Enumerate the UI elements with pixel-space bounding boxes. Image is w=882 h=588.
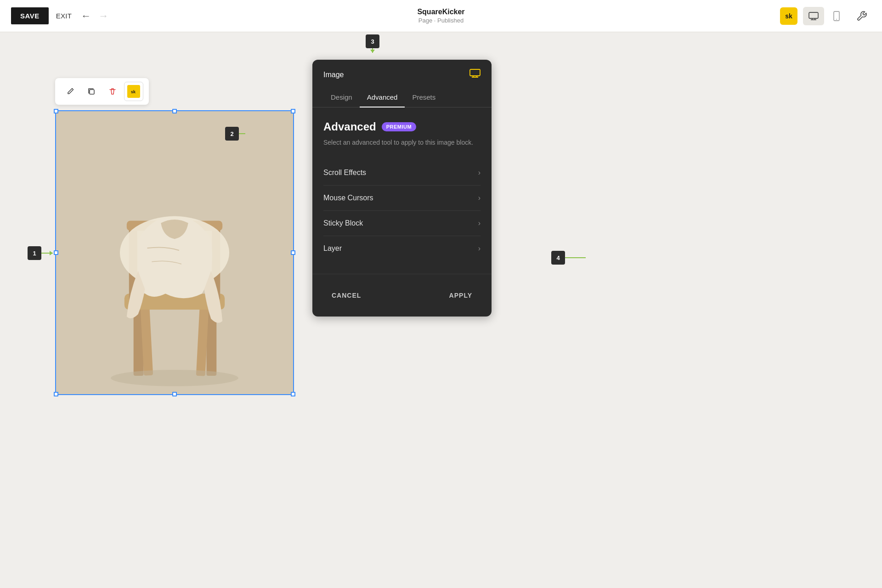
annotation-badge-2: 2 [225,127,239,141]
layer-item[interactable]: Layer › [323,236,481,261]
side-panel: Image Design Advanced Presets Advan [312,60,492,317]
svg-text:sk: sk [131,90,136,94]
annotation-4-group: 4 [551,257,588,258]
exit-button[interactable]: EXIT [56,12,72,20]
cancel-button[interactable]: CANCEL [323,283,402,307]
topbar-right: sk [780,7,871,25]
panel-body: Advanced PREMIUM Select an advanced tool… [312,107,492,274]
handle-bot-right[interactable] [291,392,295,396]
annotation-badge-3: 3 [366,34,379,48]
monitor-icon [469,69,481,80]
annotation-badge-1: 1 [28,246,41,260]
scroll-effects-item[interactable]: Scroll Effects › [323,160,481,186]
handle-mid-right[interactable] [291,250,295,255]
svg-rect-0 [809,12,818,18]
tab-presets[interactable]: Presets [405,88,443,107]
panel-header: Image [312,60,492,88]
handle-top-left[interactable] [54,109,58,113]
tab-advanced[interactable]: Advanced [360,88,405,107]
desktop-view-button[interactable] [803,7,824,25]
layer-label: Layer [323,244,342,253]
edit-button[interactable] [61,82,80,101]
panel-footer: CANCEL APPLY [312,274,492,317]
svg-marker-23 [370,50,375,53]
page-status: Page · Published [417,17,464,24]
topbar-left: SAVE EXIT ← → [11,7,110,24]
mobile-view-button[interactable] [826,7,847,25]
annotation-2-group: 2 [225,133,248,134]
delete-button[interactable] [103,82,122,101]
handle-bot-left[interactable] [54,392,58,396]
topbar: SAVE EXIT ← → SquareKicker Page · Publis… [0,0,882,32]
handle-top-center[interactable] [172,109,177,113]
sticky-block-item[interactable]: Sticky Block › [323,211,481,236]
layer-chevron: › [478,244,481,253]
mouse-cursors-chevron: › [478,194,481,202]
svg-point-19 [111,370,238,386]
sk-icon: sk [127,85,140,98]
undo-button[interactable]: ← [79,8,93,24]
handle-bot-center[interactable] [172,392,177,396]
redo-button[interactable]: → [96,8,110,24]
block-toolbar: sk [55,78,149,105]
canvas-area: sk [0,32,882,588]
topbar-center: SquareKicker Page · Published [417,8,464,24]
side-panel-container: 3 Image Design Adva [312,60,492,317]
tool-list: Scroll Effects › Mouse Cursors › Sticky … [323,160,481,261]
site-name: SquareKicker [417,8,464,16]
handle-top-right[interactable] [291,109,295,113]
advanced-header: Advanced PREMIUM [323,120,481,133]
svg-rect-24 [470,69,480,76]
annotation-3-group: 3 [372,34,373,55]
undo-redo-group: ← → [79,8,110,24]
sk-logo: sk [780,7,797,25]
view-toggle [803,7,847,25]
duplicate-button[interactable] [82,82,101,101]
svg-point-5 [836,19,837,20]
premium-badge: PREMIUM [382,122,416,131]
tab-design[interactable]: Design [323,88,360,107]
sticky-block-label: Sticky Block [323,219,363,227]
panel-title: Image [323,71,344,79]
scroll-effects-label: Scroll Effects [323,169,366,177]
chair-image [56,110,293,395]
advanced-title: Advanced [323,120,376,133]
save-button[interactable]: SAVE [11,7,49,24]
mouse-cursors-label: Mouse Cursors [323,194,373,202]
annotation-1-group: 1 [28,253,55,254]
svg-rect-6 [90,90,94,94]
image-block-container: sk [55,78,294,395]
apply-button[interactable]: APPLY [402,283,481,307]
tools-button[interactable] [853,7,871,25]
svg-marker-21 [50,251,53,255]
selected-image-block[interactable] [55,110,294,395]
annotation-badge-4: 4 [551,251,565,265]
panel-tabs: Design Advanced Presets [312,88,492,107]
mouse-cursors-item[interactable]: Mouse Cursors › [323,186,481,211]
sk-block-button[interactable]: sk [124,82,143,101]
scroll-effects-chevron: › [478,169,481,177]
sticky-block-chevron: › [478,219,481,227]
advanced-desc: Select an advanced tool to apply to this… [323,138,481,147]
